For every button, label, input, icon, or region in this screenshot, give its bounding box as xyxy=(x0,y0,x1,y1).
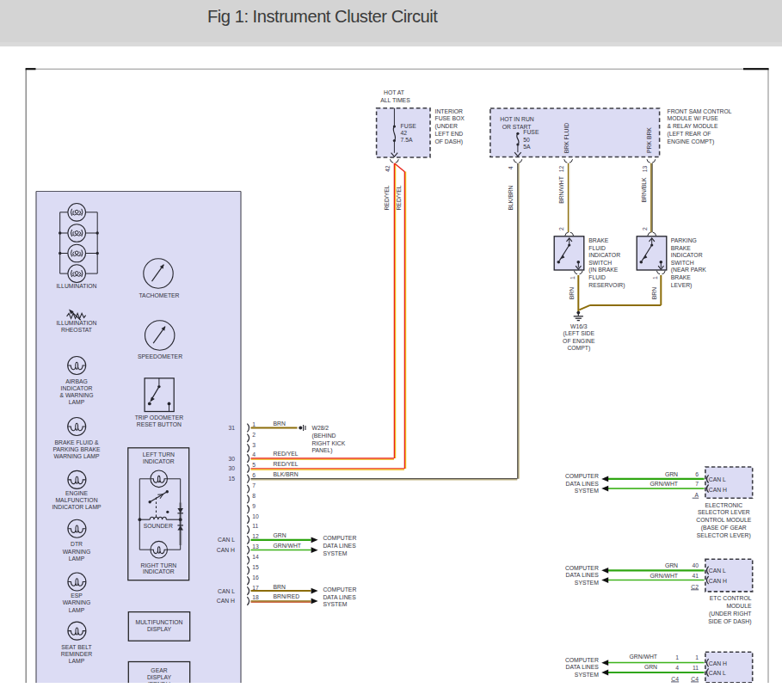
svg-text:A: A xyxy=(694,492,699,498)
svg-text:RESERVOIR): RESERVOIR) xyxy=(588,282,625,289)
svg-text:LAMP: LAMP xyxy=(69,556,85,562)
svg-text:INDICATOR: INDICATOR xyxy=(143,568,175,574)
svg-text:DISPLAY: DISPLAY xyxy=(147,626,172,632)
svg-text:Fig 1: Instrument Cluster Circ: Fig 1: Instrument Cluster Circuit xyxy=(207,7,438,26)
svg-text:MODULE: MODULE xyxy=(726,603,752,609)
svg-text:SWITCH: SWITCH xyxy=(671,260,694,266)
svg-text:DATA LINES: DATA LINES xyxy=(323,543,356,549)
svg-text:REMINDER: REMINDER xyxy=(61,651,92,657)
svg-text:SPEEDOMETER: SPEEDOMETER xyxy=(138,353,182,359)
svg-text:BRAKE FLUID &: BRAKE FLUID & xyxy=(55,439,99,445)
svg-text:OF ENGINE: OF ENGINE xyxy=(563,338,595,344)
svg-text:CAN L: CAN L xyxy=(218,537,235,543)
svg-text:FUSE: FUSE xyxy=(523,129,539,135)
svg-text:RHEOSTAT: RHEOSTAT xyxy=(61,327,92,333)
svg-text:MULTIFUNCTION: MULTIFUNCTION xyxy=(136,619,183,625)
svg-text:BRN: BRN xyxy=(651,287,657,299)
svg-text:ETC CONTROL: ETC CONTROL xyxy=(710,595,752,601)
svg-text:MALFUNCTION: MALFUNCTION xyxy=(55,497,97,503)
svg-text:40: 40 xyxy=(692,562,699,568)
svg-text:CONTROL MODULE: CONTROL MODULE xyxy=(696,517,751,523)
svg-text:CAN H: CAN H xyxy=(217,598,235,604)
svg-text:BRAKE: BRAKE xyxy=(671,245,692,251)
svg-text:SELECTOR LEVER: SELECTOR LEVER xyxy=(698,509,750,515)
svg-text:7: 7 xyxy=(252,482,256,488)
svg-text:GRN/WHT: GRN/WHT xyxy=(274,543,301,549)
svg-text:SIDE OF DASH): SIDE OF DASH) xyxy=(708,618,751,625)
svg-text:W28/2: W28/2 xyxy=(312,425,329,431)
svg-text:GRN: GRN xyxy=(665,562,678,568)
svg-text:SYSTEM: SYSTEM xyxy=(323,550,347,556)
svg-text:13: 13 xyxy=(642,166,648,173)
svg-text:(BASE OF GEAR: (BASE OF GEAR xyxy=(701,525,747,531)
svg-text:TACHOMETER: TACHOMETER xyxy=(139,292,179,298)
svg-text:2: 2 xyxy=(558,227,564,230)
svg-text:BRN/WHT: BRN/WHT xyxy=(558,176,564,204)
svg-text:6: 6 xyxy=(252,472,256,478)
svg-text:FUSE: FUSE xyxy=(401,123,417,129)
svg-text:INDICATOR LAMP: INDICATOR LAMP xyxy=(52,504,102,510)
svg-text:WARNING LAMP: WARNING LAMP xyxy=(54,453,100,459)
svg-text:CAN H: CAN H xyxy=(709,578,727,584)
svg-text:SYSTEM: SYSTEM xyxy=(575,580,599,586)
svg-text:SOUNDER: SOUNDER xyxy=(144,523,173,529)
svg-text:CAN L: CAN L xyxy=(709,670,726,676)
svg-text:PARKING BRAKE: PARKING BRAKE xyxy=(52,446,100,452)
svg-text:5A: 5A xyxy=(523,144,531,150)
svg-text:C4: C4 xyxy=(691,676,699,682)
svg-text:BRAKE: BRAKE xyxy=(671,274,692,280)
svg-text:14: 14 xyxy=(252,554,259,560)
svg-text:ENGINE COMPT): ENGINE COMPT) xyxy=(668,138,715,145)
svg-text:8: 8 xyxy=(252,493,256,499)
svg-text:GRN: GRN xyxy=(665,471,678,477)
svg-text:BRN/BLK: BRN/BLK xyxy=(641,177,647,203)
svg-text:DTR: DTR xyxy=(71,541,83,547)
svg-text:CAN L: CAN L xyxy=(709,476,726,482)
svg-text:MODULE W/ FUSE: MODULE W/ FUSE xyxy=(668,115,719,121)
svg-text:(LEFT SIDE: (LEFT SIDE xyxy=(563,330,595,337)
svg-text:16: 16 xyxy=(252,574,259,580)
svg-text:9: 9 xyxy=(252,503,256,509)
svg-text:1: 1 xyxy=(675,654,679,660)
svg-text:FUSE BOX: FUSE BOX xyxy=(435,115,465,121)
svg-text:C4: C4 xyxy=(671,676,679,682)
svg-text:AIRBAG: AIRBAG xyxy=(65,378,88,384)
svg-text:BLK/BRN: BLK/BRN xyxy=(274,471,299,477)
svg-text:BRAKE: BRAKE xyxy=(588,237,609,243)
svg-text:LAMP: LAMP xyxy=(69,399,85,405)
svg-text:2: 2 xyxy=(252,432,256,438)
svg-text:13: 13 xyxy=(252,543,259,550)
svg-text:INDICATOR: INDICATOR xyxy=(671,252,703,258)
svg-text:15: 15 xyxy=(252,564,259,570)
svg-text:DATA LINES: DATA LINES xyxy=(323,594,356,600)
svg-text:DATA LINES: DATA LINES xyxy=(566,572,600,578)
svg-text:LEVER): LEVER) xyxy=(671,282,693,289)
svg-text:FLUID: FLUID xyxy=(588,274,606,280)
svg-text:GRN/WHT: GRN/WHT xyxy=(650,573,678,579)
svg-text:7.5A: 7.5A xyxy=(401,137,413,143)
svg-text:PANEL): PANEL) xyxy=(312,447,333,454)
svg-text:DATA LINES: DATA LINES xyxy=(566,481,600,487)
svg-text:ILLUMINATION: ILLUMINATION xyxy=(56,283,96,289)
svg-text:COMPUTER: COMPUTER xyxy=(323,586,356,593)
svg-text:PARKING: PARKING xyxy=(671,237,697,243)
svg-text:2: 2 xyxy=(642,227,648,230)
svg-text:WARNING: WARNING xyxy=(63,599,91,605)
svg-text:BRN: BRN xyxy=(569,287,575,299)
svg-text:GRN/WHT: GRN/WHT xyxy=(630,654,657,660)
svg-text:COMPUTER: COMPUTER xyxy=(565,657,599,663)
svg-text:COMPT): COMPT) xyxy=(567,345,590,352)
svg-text:FRONT SAM CONTROL: FRONT SAM CONTROL xyxy=(668,108,732,114)
svg-text:RIGHT TURN: RIGHT TURN xyxy=(141,562,177,568)
svg-text:1: 1 xyxy=(695,654,699,660)
svg-text:RED/YEL: RED/YEL xyxy=(274,461,299,467)
svg-text:10: 10 xyxy=(252,513,259,519)
svg-text:ELECTRONIC: ELECTRONIC xyxy=(705,502,742,508)
svg-text:3: 3 xyxy=(252,442,256,448)
svg-text:5: 5 xyxy=(252,462,256,468)
svg-text:INDICATOR: INDICATOR xyxy=(588,252,620,258)
svg-text:11: 11 xyxy=(693,665,699,671)
svg-text:18: 18 xyxy=(252,594,259,600)
svg-text:42: 42 xyxy=(385,165,391,172)
svg-text:COMPUTER: COMPUTER xyxy=(565,565,599,571)
